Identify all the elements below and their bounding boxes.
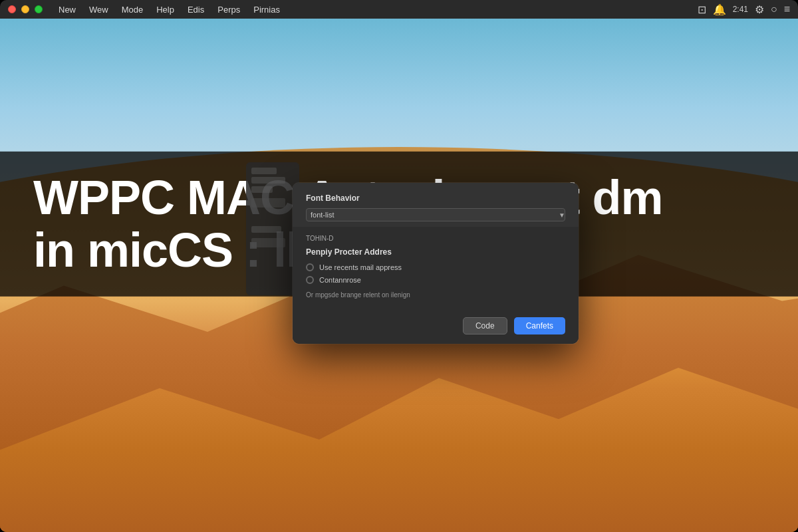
shadow-window [246,162,299,295]
minimize-button[interactable] [21,5,29,13]
menu-mode[interactable]: Mode [116,3,149,16]
screenshot-icon[interactable]: ⊡ [698,3,706,16]
radio-row-2[interactable]: Contannrose [306,276,565,284]
main-window: New Wew Mode Help Edis Perps Pirnias ⊡ 🔔… [0,0,798,532]
table-header: TOHIN-D [306,235,565,242]
menubar: New Wew Mode Help Edis Perps Pirnias [53,3,698,16]
shadow-line-2 [251,177,285,184]
maximize-button[interactable] [35,5,43,13]
font-select[interactable]: font-list [306,208,565,221]
radio-row-1[interactable]: Use recents mail appress [306,263,565,271]
radio-option-1[interactable] [306,263,314,271]
dialog-footer: Code Canfets [293,311,579,344]
note-text: Or mpgsde brange relent on ilenign [306,291,565,300]
radio-label-2: Contannrose [319,276,361,284]
shadow-line-3 [251,186,273,193]
section-title: Penpiy Procter Addres [306,247,565,257]
dialog: Font Behavior font-list ▼ TOHIN-D Penpiy… [293,183,579,344]
dialog-body: TOHIN-D Penpiy Procter Addres Use recent… [293,227,579,311]
shadow-line-4 [251,226,281,233]
notification-icon[interactable]: 🔔 [713,3,726,16]
menu-help[interactable]: Help [151,3,180,16]
dialog-title-row: Font Behavior [306,194,565,203]
cancel-button[interactable]: Code [463,317,507,334]
settings-icon[interactable]: ⚙ [755,3,764,16]
menu-pirnias[interactable]: Pirnias [248,3,285,16]
wallpaper: WPPC MAC Aetscheeeet dm in micCS : ll ri… [0,19,798,532]
chevron-down-icon: ▼ [559,211,565,219]
menu-new[interactable]: New [53,3,81,16]
traffic-lights [8,5,43,13]
dialog-select-row: font-list ▼ [306,208,565,221]
dialog-title: Font Behavior [306,194,360,203]
close-button[interactable] [8,5,16,13]
menu-perps[interactable]: Perps [212,3,245,16]
titlebar: New Wew Mode Help Edis Perps Pirnias ⊡ 🔔… [0,0,798,19]
dialog-header: Font Behavior font-list ▼ [293,183,579,227]
ok-button[interactable]: Canfets [514,317,565,334]
clock: 2:41 [733,5,748,14]
menu-edis[interactable]: Edis [182,3,209,16]
radio-option-2[interactable] [306,276,314,284]
radio-label-1: Use recents mail appress [319,263,402,271]
search-icon[interactable]: ○ [771,3,777,15]
titlebar-right: ⊡ 🔔 2:41 ⚙ ○ ≡ [698,3,790,16]
menu-wew[interactable]: Wew [84,3,114,16]
radio-group: Use recents mail appress Contannrose [306,263,565,284]
menu-icon[interactable]: ≡ [784,3,790,15]
shadow-btn-1 [251,198,285,207]
shadow-btn-2 [251,238,285,247]
shadow-line-1 [251,168,277,174]
